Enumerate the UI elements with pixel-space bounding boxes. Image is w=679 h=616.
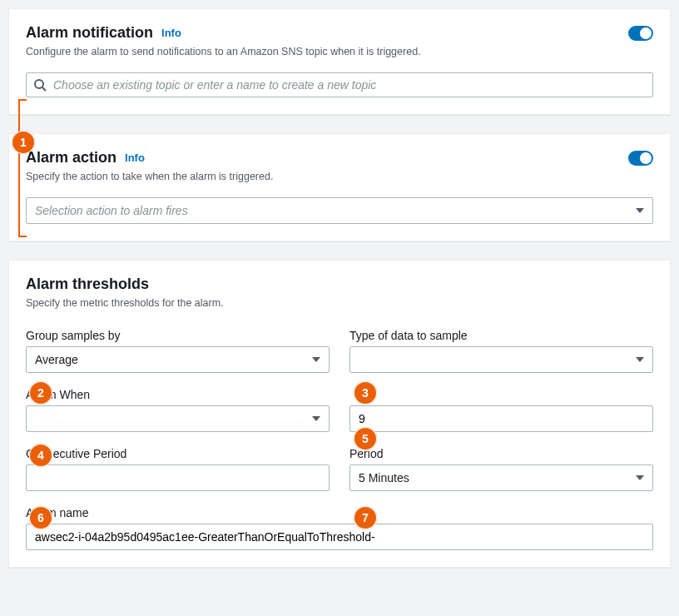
period-label: Period <box>349 447 653 460</box>
type-data-label: Type of data to sample <box>349 329 653 342</box>
chevron-down-icon <box>312 416 320 421</box>
group-samples-label: Group samples by <box>26 329 330 342</box>
alarm-action-placeholder: Selection action to alarm fires <box>35 204 188 217</box>
search-icon <box>33 78 47 92</box>
alarm-thresholds-desc: Specify the metric thresholds for the al… <box>26 297 653 309</box>
alarm-action-card: Alarm action Info Specify the action to … <box>8 133 671 241</box>
alarm-thresholds-card: Alarm thresholds Specify the metric thre… <box>8 260 671 568</box>
alarm-thresholds-title: Alarm thresholds <box>26 276 149 292</box>
alarm-notification-toggle[interactable] <box>628 26 653 41</box>
alarm-action-title: Alarm action <box>26 149 116 166</box>
annotation-marker-2: 2 <box>29 381 52 405</box>
thresholds-grid: Group samples by Average Type of data to… <box>26 329 653 550</box>
alarm-notification-title: Alarm notification <box>26 24 153 42</box>
period-field: Period 5 Minutes <box>349 447 653 491</box>
consecutive-period-input[interactable] <box>26 464 330 491</box>
info-link[interactable]: Info <box>161 27 181 39</box>
annotation-marker-5: 5 <box>354 427 377 450</box>
annotation-marker-3: 3 <box>354 381 377 405</box>
chevron-down-icon <box>636 208 644 213</box>
annotation-marker-7: 7 <box>354 506 377 529</box>
period-select[interactable]: 5 Minutes <box>349 464 653 491</box>
annotation-marker-1: 1 <box>12 131 35 154</box>
threshold-value-field <box>349 388 653 432</box>
alarm-name-field: Alarm name <box>26 506 653 550</box>
type-data-field: Type of data to sample <box>349 329 653 373</box>
threshold-value-input[interactable] <box>349 405 653 432</box>
sns-topic-input[interactable] <box>53 78 646 92</box>
alarm-when-label: Alarm When <box>26 388 330 401</box>
group-samples-value: Average <box>35 353 78 366</box>
card-header: Alarm notification Info <box>26 24 653 42</box>
card-header: Alarm action Info <box>26 149 653 166</box>
sns-topic-search[interactable] <box>26 72 653 97</box>
alarm-action-select[interactable]: Selection action to alarm fires <box>26 197 653 224</box>
chevron-down-icon <box>312 357 320 362</box>
alarm-name-label: Alarm name <box>26 506 653 519</box>
chevron-down-icon <box>636 475 644 480</box>
consecutive-period-label: Consecutive Period <box>26 447 330 460</box>
alarm-when-field: Alarm When <box>26 388 330 432</box>
chevron-down-icon <box>636 357 644 362</box>
alarm-notification-card: Alarm notification Info Configure the al… <box>8 8 671 115</box>
consecutive-period-field: Consecutive Period <box>26 447 330 491</box>
alarm-name-input[interactable] <box>26 524 653 550</box>
alarm-action-desc: Specify the action to take when the alar… <box>26 171 653 182</box>
svg-line-1 <box>42 87 46 91</box>
title-row: Alarm notification Info <box>26 24 181 42</box>
period-value: 5 Minutes <box>359 471 409 484</box>
annotation-marker-6: 6 <box>29 506 52 529</box>
threshold-value-label <box>349 388 653 401</box>
title-row: Alarm action Info <box>26 149 145 166</box>
type-data-select[interactable] <box>349 346 653 373</box>
svg-point-0 <box>35 80 43 88</box>
alarm-notification-desc: Configure the alarm to send notification… <box>26 46 653 57</box>
connector-line <box>18 236 27 237</box>
group-samples-select[interactable]: Average <box>26 346 330 373</box>
info-link[interactable]: Info <box>125 152 145 164</box>
alarm-action-toggle[interactable] <box>628 151 653 166</box>
connector-line <box>18 99 20 236</box>
group-samples-field: Group samples by Average <box>26 329 330 373</box>
connector-line <box>18 99 27 101</box>
alarm-when-select[interactable] <box>26 405 330 432</box>
annotation-marker-4: 4 <box>29 444 52 467</box>
